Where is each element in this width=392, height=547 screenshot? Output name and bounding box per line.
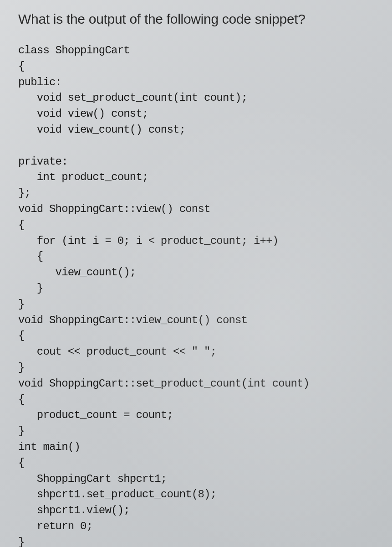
question-title: What is the output of the following code… xyxy=(18,11,374,27)
code-snippet: class ShoppingCart { public: void set_pr… xyxy=(18,43,374,547)
